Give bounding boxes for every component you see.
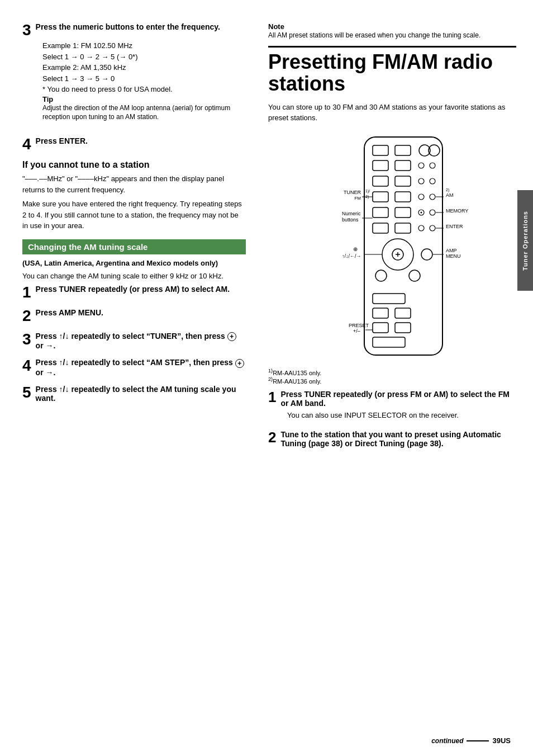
svg-rect-36	[373, 323, 388, 333]
svg-point-8	[430, 163, 435, 168]
svg-text:↑/↓/←/→: ↑/↓/←/→	[342, 253, 361, 259]
am-step-5-number: 5	[22, 385, 31, 400]
svg-point-30	[421, 249, 432, 260]
note-block: Note All AM preset stations will be eras…	[268, 22, 516, 40]
remote-svg: TUNER FM 1)/ 2) AM 2) MEMORY ENTER AMP M…	[336, 131, 470, 366]
svg-text:+/–: +/–	[353, 328, 360, 334]
svg-rect-23	[395, 223, 411, 233]
am-step-1-heading: Press TUNER repeatedly (or press AM) to …	[36, 285, 230, 294]
footnote-2: 2)RM-AAU136 only.	[268, 376, 516, 385]
cannot-tune-para1: "–––.––MHz" or "––––kHz" appears and the…	[22, 173, 246, 195]
page: 3 Press the numeric buttons to enter the…	[0, 0, 533, 756]
svg-text:TUNER: TUNER	[344, 190, 361, 195]
svg-text:2): 2)	[446, 188, 449, 192]
svg-rect-5	[373, 160, 388, 171]
changing-am-section: Changing the AM tuning scale (USA, Latin…	[22, 239, 246, 403]
svg-rect-33	[373, 294, 405, 304]
continued-line	[467, 740, 489, 741]
svg-rect-9	[373, 176, 388, 186]
step-3-line-1: Example 1: FM 102.50 MHz	[42, 40, 246, 51]
step-3-block: 3 Press the numeric buttons to enter the…	[22, 22, 246, 129]
am-step-4-heading: Press ↑/↓ repeatedly to select “AM STEP”…	[36, 358, 244, 376]
step-3-line-3: Example 2: AM 1,350 kHz	[42, 62, 246, 73]
note-label: Note	[268, 22, 516, 31]
svg-text:⊕: ⊕	[353, 246, 358, 252]
continued-label: continued	[431, 737, 463, 745]
svg-point-15	[418, 194, 424, 200]
cannot-tune-section: If you cannot tune to a station "–––.––M…	[22, 160, 246, 231]
right-step-2-heading: Tune to the station that you want to pre…	[280, 430, 501, 448]
cannot-tune-para2: Make sure you have entered the right fre…	[22, 199, 246, 231]
circle-plus-icon-3: +	[227, 332, 236, 341]
svg-rect-18	[395, 207, 411, 218]
svg-point-12	[430, 178, 435, 184]
am-step-3-number: 3	[22, 332, 31, 347]
step-4-number: 4	[22, 136, 31, 152]
right-step-2-number: 2	[268, 430, 276, 445]
svg-rect-38	[373, 337, 405, 347]
svg-rect-2	[395, 145, 411, 155]
tip-label: Tip	[42, 95, 246, 103]
svg-rect-37	[395, 323, 411, 333]
am-step-3-heading: Press ↑/↓ repeatedly to select “TUNER”, …	[36, 332, 236, 350]
am-step-2: 2 Press AMP MENU.	[22, 308, 246, 324]
svg-rect-13	[373, 192, 388, 202]
step-4-block: 4 Press ENTER.	[22, 136, 246, 152]
footnote-1: 1)RM-AAU135 only.	[268, 368, 516, 376]
svg-point-11	[418, 178, 424, 184]
svg-point-16	[430, 194, 435, 200]
svg-rect-10	[395, 176, 411, 186]
big-title: Presetting FM/AM radio stations	[268, 46, 516, 95]
svg-text:buttons: buttons	[342, 217, 359, 223]
left-column: 3 Press the numeric buttons to enter the…	[0, 17, 257, 739]
green-bar: Changing the AM tuning scale	[22, 239, 246, 254]
intro-text: You can store up to 30 FM and 30 AM stat…	[268, 102, 516, 124]
svg-rect-34	[373, 308, 388, 318]
svg-rect-35	[395, 308, 411, 318]
svg-point-32	[409, 270, 420, 281]
right-column: Note All AM preset stations will be eras…	[257, 17, 533, 739]
svg-text:AM: AM	[446, 192, 454, 198]
right-step-1-content: You can also use INPUT SELECTOR on the r…	[287, 410, 516, 421]
step-3-line-5: * You do need to press 0 for USA model.	[42, 84, 246, 95]
svg-point-24	[418, 225, 424, 231]
bottom-bar: continued 39US	[431, 736, 511, 745]
cannot-tune-heading: If you cannot tune to a station	[22, 160, 246, 170]
svg-rect-17	[373, 207, 388, 218]
right-step-1-number: 1	[268, 390, 276, 404]
sidebar-tab: Tuner Operations	[517, 190, 533, 291]
am-intro: You can change the AM tuning scale to ei…	[22, 271, 246, 282]
svg-rect-6	[395, 160, 411, 171]
svg-text:MEMORY: MEMORY	[446, 208, 468, 214]
footnotes: 1)RM-AAU135 only. 2)RM-AAU136 only.	[268, 368, 516, 384]
step-3-heading: Press the numeric buttons to enter the f…	[36, 22, 220, 31]
sub-heading: (USA, Latin America, Argentina and Mexic…	[22, 259, 246, 267]
svg-text:1)/: 1)/	[365, 189, 370, 193]
right-step-1: 1 Press TUNER repeatedly (or press FM or…	[268, 390, 516, 421]
page-number: 39US	[492, 736, 511, 745]
step-4-heading: Press ENTER.	[36, 136, 88, 145]
svg-text:Numeric: Numeric	[342, 211, 361, 216]
svg-point-20	[421, 211, 422, 213]
step-3-number: 3	[22, 22, 31, 38]
svg-rect-22	[373, 223, 388, 233]
note-text: All AM preset stations will be erased wh…	[268, 31, 516, 40]
svg-text:PRESET: PRESET	[349, 323, 369, 328]
tip-block: Tip Adjust the direction of the AM loop …	[42, 95, 246, 122]
am-step-4-number: 4	[22, 358, 31, 374]
svg-text:ENTER: ENTER	[446, 224, 463, 229]
svg-point-31	[375, 270, 387, 281]
am-step-5-heading: Press ↑/↓ repeatedly to select the AM tu…	[36, 385, 236, 403]
am-step-2-heading: Press AMP MENU.	[36, 308, 103, 317]
am-step-2-number: 2	[22, 308, 31, 324]
step-3-line-4: Select 1 → 3 → 5 → 0	[42, 73, 246, 84]
right-step-2: 2 Tune to the station that you want to p…	[268, 430, 516, 448]
svg-rect-14	[395, 192, 411, 202]
am-step-1-number: 1	[22, 285, 31, 300]
right-step-1-heading: Press TUNER repeatedly (or press FM or A…	[280, 390, 509, 408]
am-step-5: 5 Press ↑/↓ repeatedly to select the AM …	[22, 385, 246, 403]
circle-plus-icon-4: +	[235, 359, 244, 368]
svg-point-7	[418, 163, 424, 168]
svg-point-25	[430, 225, 435, 231]
step-3-content: Example 1: FM 102.50 MHz Select 1 → 0 → …	[42, 40, 246, 95]
